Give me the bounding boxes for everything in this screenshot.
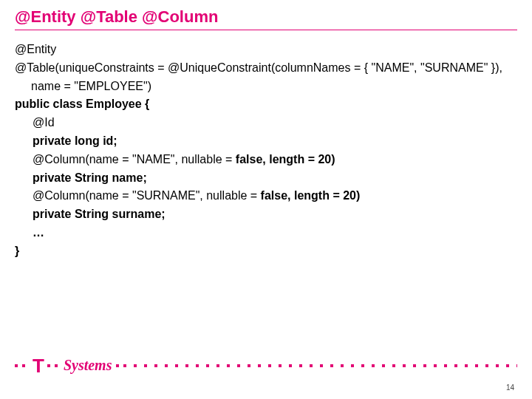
code-text: {	[142, 98, 150, 110]
code-block: @Entity @Table(uniqueConstraints = @Uniq…	[15, 41, 517, 261]
logo-text: Systems	[64, 357, 112, 374]
logo-dots-icon	[116, 364, 131, 367]
code-line: @Table(uniqueConstraints = @UniqueConstr…	[15, 59, 517, 96]
code-line: @Id	[15, 114, 517, 132]
code-line: …	[15, 224, 517, 242]
logo-t-icon: T	[33, 355, 44, 378]
code-line: public class Employee {	[15, 95, 517, 114]
code-line: private String surname;	[15, 205, 517, 224]
code-text: @Column(name = "SURNAME", nullable =	[33, 189, 261, 202]
page-number: 14	[506, 383, 514, 392]
code-line: private String name;	[15, 169, 517, 188]
slide-title: @Entity @Table @Column	[15, 7, 517, 30]
footer: T Systems	[15, 354, 517, 377]
logo-dots-icon	[47, 364, 62, 367]
code-text: public class Employee	[15, 98, 142, 110]
code-text: false, length = 20)	[261, 189, 361, 202]
slide: @Entity @Table @Column @Entity @Table(un…	[0, 0, 532, 399]
code-line: @Column(name = "NAME", nullable = false,…	[15, 151, 517, 169]
logo-dots-icon	[15, 364, 30, 367]
code-line: private long id;	[15, 132, 517, 151]
dot-trail-icon	[134, 364, 517, 367]
code-text: false, length = 20)	[236, 153, 335, 166]
tsystems-logo: T Systems	[15, 354, 131, 377]
code-line: @Entity	[15, 41, 517, 59]
code-line: @Column(name = "SURNAME", nullable = fal…	[15, 187, 517, 205]
code-line: }	[15, 242, 517, 261]
code-text: @Column(name = "NAME", nullable =	[33, 153, 236, 166]
